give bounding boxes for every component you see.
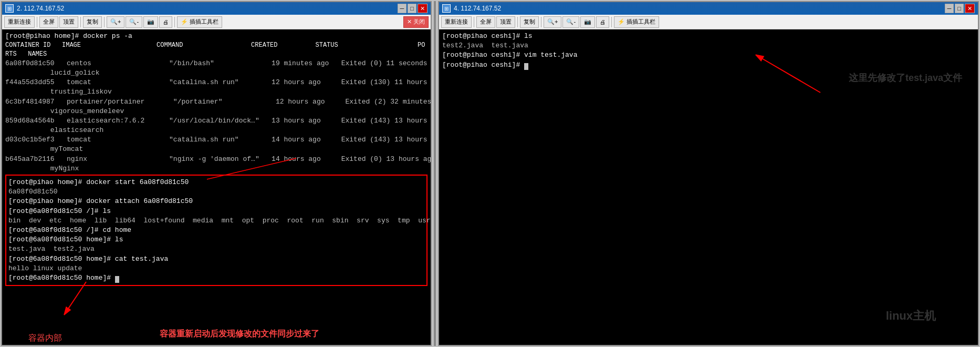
- title-bar-controls-1: ─ □ ✕: [398, 4, 428, 13]
- table-row-2b: trusting_liskov: [5, 87, 428, 97]
- cursor-1: [115, 276, 119, 283]
- out-start: 6a08f0d81c50: [8, 187, 424, 197]
- cmd-vim-2: [root@pihao ceshi]# vim test.java: [442, 50, 975, 60]
- svg-line-2: [757, 56, 820, 93]
- cmd-start: [root@pihao home]# docker start 6a08f0d8…: [8, 178, 424, 187]
- cmd-cat: [root@6a08f0d81c50 home]# cat test.java: [8, 254, 424, 264]
- table-row-6a: b645aa7b2116 nginx "nginx -g 'daemon of……: [5, 155, 428, 164]
- cmd-ls-root: [root@6a08f0d81c50 /]# ls: [8, 207, 424, 216]
- sep1: [37, 17, 37, 27]
- table-row-4b: elasticsearch: [5, 126, 428, 135]
- cmd-ls-home: [root@6a08f0d81c50 home]# ls: [8, 235, 424, 244]
- top-btn-2[interactable]: 顶置: [496, 16, 515, 28]
- zoomin-btn-1[interactable]: 🔍+: [107, 16, 124, 28]
- zoomin-btn-2[interactable]: 🔍+: [544, 16, 561, 28]
- fullscreen-btn-2[interactable]: 全屏: [476, 16, 495, 28]
- copy-btn-1[interactable]: 复制: [83, 16, 102, 28]
- terminal-1[interactable]: [root@pihao home]# docker ps -a CONTAINE…: [2, 29, 431, 345]
- close-toolbar-btn-1[interactable]: ✕ 关闭: [403, 16, 429, 28]
- tools-btn-1[interactable]: ⚡ 插插工具栏: [177, 16, 222, 28]
- title-bar-left-2: ⊞ 4. 112.74.167.52: [442, 4, 501, 13]
- terminal-2[interactable]: [root@pihao ceshi]# ls test2.java test.j…: [439, 29, 978, 345]
- zoomout-btn-1[interactable]: 🔍-: [126, 16, 142, 28]
- window-icon-2: ⊞: [442, 4, 451, 13]
- table-row-1a: 6a08f0d81c50 centos "/bin/bash" 19 minut…: [5, 59, 428, 68]
- window-title-2: 4. 112.74.167.52: [454, 5, 501, 12]
- annotation-sync: 容器重新启动后发现修改的文件同步过来了: [160, 329, 319, 340]
- fullscreen-btn-1[interactable]: 全屏: [39, 16, 58, 28]
- table-row-5b: myTomcat: [5, 145, 428, 154]
- annotation-linux: linux主机: [886, 308, 936, 324]
- tools-btn-2[interactable]: ⚡ 插插工具栏: [614, 16, 659, 28]
- sep3: [104, 17, 105, 27]
- annotation-modified: 这里先修改了test.java文件: [849, 72, 962, 84]
- annotation-bottom: 容器内部: [28, 333, 62, 344]
- maximize-btn-2[interactable]: □: [955, 4, 964, 13]
- divider: [434, 1, 436, 346]
- window-title-1: 2. 112.74.167.52: [17, 5, 64, 12]
- window-icon-1: ⊞: [5, 4, 14, 13]
- table-row-5a: d03c0c1b5ef3 tomcat "catalina.sh run" 14…: [5, 135, 428, 145]
- ls-root-output: bin dev etc home lib lib64 lost+found me…: [8, 216, 424, 226]
- zoomout-btn-2[interactable]: 🔍-: [562, 16, 579, 28]
- cursor-2: [524, 63, 528, 70]
- sep5: [474, 17, 474, 27]
- prompt-3-2: [root@pihao ceshi]#: [442, 60, 975, 70]
- cmd-attach: [root@pihao home]# docker attach 6a08f0d…: [8, 197, 424, 206]
- container-section-box: [root@pihao home]# docker start 6a08f0d8…: [5, 175, 428, 286]
- toolbar-1: 重新连接 全屏 顶置 复制 🔍+ 🔍- 📷 🖨 ⚡ 插插工具栏 ✕ 关闭: [2, 15, 431, 29]
- table-row-4a: 859d68a4564b elasticsearch:7.6.2 "/usr/l…: [5, 116, 428, 126]
- minimize-btn-2[interactable]: ─: [945, 4, 954, 13]
- print-btn-2[interactable]: 🖨: [596, 16, 609, 28]
- sep4: [174, 17, 175, 27]
- arrow-modified: [752, 45, 831, 98]
- reconnect-btn-1[interactable]: 重新连接: [4, 16, 35, 28]
- reconnect-btn-2[interactable]: 重新连接: [441, 16, 472, 28]
- close-btn-1[interactable]: ✕: [418, 4, 428, 13]
- toolbar-2: 重新连接 全屏 顶置 复制 🔍+ 🔍- 📷 🖨 ⚡ 插插工具栏: [439, 15, 978, 29]
- top-btn-1[interactable]: 顶置: [59, 16, 78, 28]
- table-row-1b: lucid_golick: [5, 68, 428, 78]
- close-btn-2[interactable]: ✕: [965, 4, 975, 13]
- print-btn-1[interactable]: 🖨: [159, 16, 172, 28]
- cat-output: hello linux update: [8, 264, 424, 273]
- screenshot-btn-1[interactable]: 📷: [143, 16, 158, 28]
- sep7: [541, 17, 541, 27]
- svg-line-0: [65, 282, 86, 313]
- table-row-3b: vigorous_mendeleev: [5, 107, 428, 116]
- minimize-btn-1[interactable]: ─: [398, 4, 407, 13]
- copy-btn-2[interactable]: 复制: [520, 16, 539, 28]
- maximize-btn-1[interactable]: □: [408, 4, 416, 13]
- ls-home-output: test.java test2.java: [8, 244, 424, 254]
- window-2: ⊞ 4. 112.74.167.52 ─ □ ✕ 重新连接 全屏 顶置 复制 🔍…: [438, 1, 979, 346]
- window-1: ⊞ 2. 112.74.167.52 ─ □ ✕ 重新连接 全屏 顶置 复制 🔍…: [1, 1, 432, 346]
- table-row-6b: myNginx: [5, 164, 428, 174]
- table-row-3a: 6c3bf4814987 portainer/portainer "/porta…: [5, 97, 428, 107]
- cmd-cd-home: [root@6a08f0d81c50 /]# cd home: [8, 226, 424, 235]
- title-bar-1: ⊞ 2. 112.74.167.52 ─ □ ✕: [2, 2, 431, 15]
- sep6: [517, 17, 518, 27]
- title-bar-controls-2: ─ □ ✕: [945, 4, 975, 13]
- cmd-ls-2: [root@pihao ceshi]# ls: [442, 32, 975, 41]
- sep8: [611, 17, 612, 27]
- table-header-row2: RTS NAMES: [5, 50, 428, 59]
- cmd-docker-ps: [root@pihao home]# docker ps -a: [5, 32, 428, 41]
- sep2: [80, 17, 81, 27]
- ls-output-2: test2.java test.java: [442, 41, 975, 50]
- table-header-row: CONTAINER ID IMAGE COMMAND CREATED STATU…: [5, 41, 428, 50]
- table-row-2a: f44a55d3dd55 tomcat "catalina.sh run" 12…: [5, 78, 428, 87]
- screenshot-btn-2[interactable]: 📷: [580, 16, 595, 28]
- title-bar-2: ⊞ 4. 112.74.167.52 ─ □ ✕: [439, 2, 978, 15]
- final-prompt: [root@6a08f0d81c50 home]#: [8, 273, 424, 283]
- title-bar-left-1: ⊞ 2. 112.74.167.52: [5, 4, 64, 13]
